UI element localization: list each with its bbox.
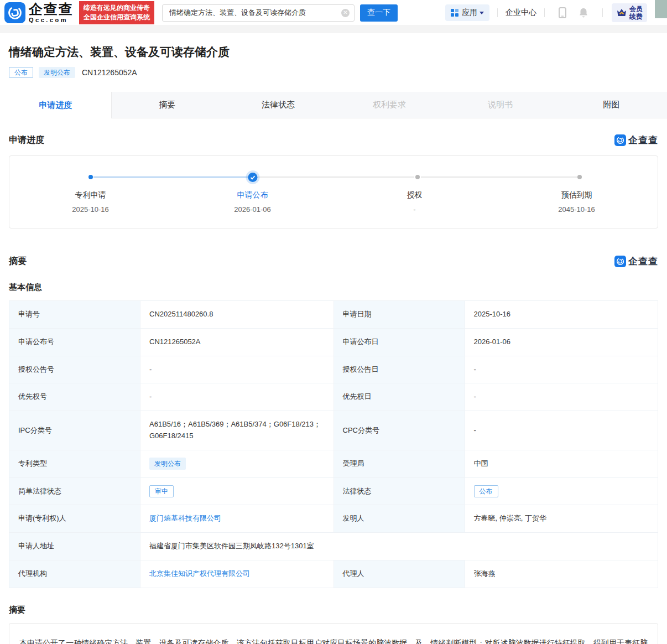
enterprise-center-link[interactable]: 企业中心 (506, 8, 536, 18)
application-timeline: 专利申请 2025-10-16 申请公布 2026-01-06 授权 - 预估到… (9, 155, 658, 228)
timeline-segment-pending (421, 176, 580, 178)
field-value-patent-type: 发明公布 (140, 450, 334, 477)
field-label: IPC分类号 (9, 411, 140, 450)
summary-section-title: 摘要 (9, 256, 27, 267)
apps-label: 应用 (462, 8, 477, 18)
field-label: 简单法律状态 (9, 477, 140, 505)
field-value-agency: 北京集佳知识产权代理有限公司 (140, 560, 334, 588)
member-label: 会员 续费 (629, 5, 643, 21)
timeline-track (9, 173, 658, 181)
qcc-logo-text: 企查查 Qcc.com (29, 2, 74, 23)
field-label: 申请公布日 (334, 328, 465, 356)
field-label: 授权公告号 (9, 356, 140, 383)
patent-type-badge: 发明公布 (149, 458, 186, 470)
table-row: 申请人地址 福建省厦门市集美区软件园三期凤岐路132号1301室 (9, 533, 658, 560)
brand-domain: Qcc.com (29, 17, 74, 23)
qcc-logo[interactable]: 企查查 Qcc.com (4, 2, 74, 23)
qcc-watermark-icon (614, 134, 626, 146)
tab-figures[interactable]: 附图 (556, 92, 667, 118)
basic-info-table: 申请号 CN202511480260.8 申请日期 2025-10-16 申请公… (9, 300, 658, 588)
field-label: 优先权号 (9, 383, 140, 411)
table-row: 代理机构 北京集佳知识产权代理有限公司 代理人 张海燕 (9, 560, 658, 588)
patent-type-badge: 发明公布 (39, 67, 75, 78)
page-title: 情绪确定方法、装置、设备及可读存储介质 (9, 44, 658, 60)
timeline-step-filed: 专利申请 2025-10-16 (9, 190, 171, 214)
chevron-down-icon (480, 12, 484, 14)
brand-name: 企查查 (29, 2, 74, 16)
field-value-application-number: CN202511480260.8 (140, 301, 334, 329)
apps-dropdown[interactable]: 应用 (445, 4, 489, 21)
search-input[interactable] (162, 4, 355, 22)
qcc-watermark: 企查查 (614, 255, 658, 268)
member-renewal-button[interactable]: 会员 续费 (612, 3, 647, 23)
patent-number: CN121265052A (82, 68, 137, 77)
slogan-line2: 全国企业信用查询系统 (84, 13, 150, 22)
field-value-receiving-office: 中国 (465, 450, 658, 477)
timeline-segment-done (93, 176, 249, 178)
abstract-title: 摘要 (0, 605, 667, 615)
timeline-segment-pending (256, 176, 414, 178)
field-value-priority-number: - (140, 383, 334, 411)
clear-search-icon[interactable]: ✕ (341, 9, 350, 17)
check-icon (250, 175, 255, 180)
timeline-dot-expiry (577, 175, 582, 179)
header-separator (0, 25, 667, 33)
progress-section-title: 申请进度 (9, 134, 44, 146)
tab-abstract[interactable]: 摘要 (112, 92, 223, 118)
field-label: CPC分类号 (334, 411, 465, 450)
table-row: 申请公布号 CN121265052A 申请公布日 2026-01-06 (9, 328, 658, 356)
timeline-labels: 专利申请 2025-10-16 申请公布 2026-01-06 授权 - 预估到… (9, 190, 658, 214)
notifications-bell-icon[interactable] (579, 7, 588, 18)
header-nav: 应用 企业中心 会员 续费 (445, 0, 667, 25)
field-value-publication-number: CN121265052A (140, 328, 334, 356)
table-row: 专利类型 发明公布 受理局 中国 (9, 450, 658, 477)
patent-header: 情绪确定方法、装置、设备及可读存储介质 公布 发明公布 CN121265052A… (0, 33, 667, 118)
abstract-text: 本申请公开了一种情绪确定方法、装置、设备及可读存储介质，该方法包括获取目标用户对… (19, 638, 648, 644)
field-label: 申请人地址 (9, 533, 140, 560)
field-label: 代理机构 (9, 560, 140, 588)
field-label: 受理局 (334, 450, 465, 477)
summary-section-head: 摘要 企查查 (0, 255, 667, 268)
field-value-agent: 张海燕 (465, 560, 658, 588)
mobile-app-icon[interactable] (559, 7, 566, 18)
search-button[interactable]: 查一下 (360, 4, 398, 22)
status-badge-publication: 公布 (9, 67, 33, 78)
qcc-watermark-text: 企查查 (628, 255, 658, 268)
field-label: 发明人 (334, 505, 465, 533)
field-label: 申请公布号 (9, 328, 140, 356)
status-badge-published: 公布 (474, 485, 498, 497)
qcc-watermark-text: 企查查 (628, 134, 658, 147)
tab-bar: 申请进度 摘要 法律状态 权利要求 说明书 附图 (0, 92, 667, 118)
field-value-applicant-address: 福建省厦门市集美区软件园三期凤岐路132号1301室 (140, 533, 658, 560)
tab-claims: 权利要求 (334, 92, 445, 118)
timeline-check-published (248, 173, 257, 182)
field-label: 专利类型 (9, 450, 140, 477)
field-value-inventors: 方春晓, 仲崇亮, 丁贺华 (465, 505, 658, 533)
basic-info-title: 基本信息 (0, 282, 667, 293)
field-value-priority-date: - (465, 383, 658, 411)
qcc-watermark-icon (614, 256, 626, 267)
field-label: 法律状态 (334, 477, 465, 505)
field-value-simple-legal-status: 审中 (140, 477, 334, 505)
slogan-line1: 缔造有远见的商业传奇 (84, 3, 150, 13)
agency-company-link[interactable]: 北京集佳知识产权代理有限公司 (149, 569, 250, 578)
applicant-company-link[interactable]: 厦门熵基科技有限公司 (149, 514, 221, 522)
tab-legal-status[interactable]: 法律状态 (223, 92, 334, 118)
field-value-applicant: 厦门熵基科技有限公司 (140, 505, 334, 533)
qcc-logo-icon (4, 2, 25, 23)
timeline-step-expiry: 预估到期 2045-10-16 (496, 190, 658, 214)
timeline-dot-filed (88, 175, 93, 179)
timeline-dot-granted (415, 175, 420, 179)
timeline-step-granted: 授权 - (334, 190, 496, 214)
top-header: 企查查 Qcc.com 缔造有远见的商业传奇 全国企业信用查询系统 ✕ 查一下 … (0, 0, 667, 25)
field-value-legal-status: 公布 (465, 477, 658, 505)
field-label: 代理人 (334, 560, 465, 588)
table-row: 简单法律状态 审中 法律状态 公布 (9, 477, 658, 505)
crown-icon (616, 8, 627, 18)
avatar[interactable] (655, 0, 667, 18)
field-label: 优先权日 (334, 383, 465, 411)
field-label: 申请(专利权)人 (9, 505, 140, 533)
tab-application-progress[interactable]: 申请进度 (0, 92, 112, 118)
search-area: ✕ 查一下 (162, 4, 398, 22)
tab-description: 说明书 (445, 92, 556, 118)
